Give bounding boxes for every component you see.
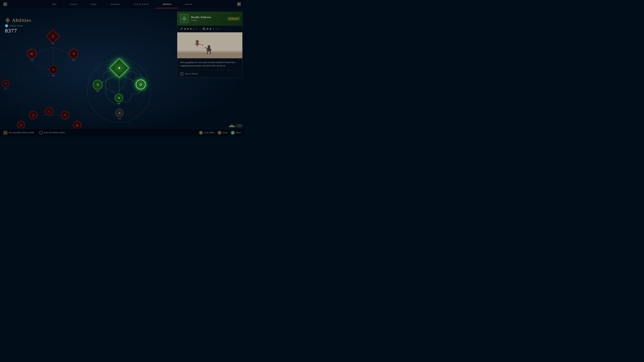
page-title: Abilities bbox=[12, 17, 31, 23]
svg-line-26 bbox=[181, 28, 182, 29]
ability-info: Deadly Embrace Garuda bbox=[191, 16, 225, 22]
skill-node-bottom3[interactable]: ↖ bbox=[61, 111, 69, 119]
special-icon bbox=[202, 27, 206, 30]
reset-label: Reset (Hold) bbox=[185, 72, 198, 75]
ability-card-header: Deadly Embrace Garuda ★ Mastered bbox=[177, 12, 242, 25]
circle-icon: ○ bbox=[39, 131, 43, 135]
main-content: Abilities Ability Points 8377 ⊙ 375 ⊛ 50… bbox=[0, 8, 244, 137]
bottom-bar: L3 Recommended Abilities (Hold) ○ Reset … bbox=[0, 128, 244, 137]
nav-item-system[interactable]: System bbox=[178, 0, 199, 8]
watermark-logo bbox=[229, 124, 234, 127]
skill-node-375[interactable]: ⊙ 375 bbox=[48, 31, 58, 44]
detail-action[interactable]: △ Detail bbox=[231, 131, 241, 135]
zoom-label: Zoom bbox=[223, 131, 228, 134]
lock-label: Lock Ability bbox=[204, 131, 214, 134]
skill-node-selected[interactable]: ⊙ bbox=[136, 80, 146, 89]
ability-icon bbox=[180, 14, 189, 23]
reset-icon: ⊙ bbox=[180, 72, 184, 76]
ap-label: Ability Points bbox=[10, 25, 23, 27]
nav-items: Map Journal Items Attributes Gear & Eiko… bbox=[45, 0, 199, 8]
skill-node-1540[interactable]: ⊗ 1540 bbox=[116, 109, 124, 120]
abilities-title-row: Abilities bbox=[5, 17, 31, 23]
ability-preview bbox=[177, 32, 242, 58]
skill-node-680[interactable]: ⊕ 680 bbox=[115, 94, 123, 105]
l3-badge: L3 bbox=[3, 131, 8, 135]
nav-item-journal[interactable]: Journal bbox=[63, 0, 84, 8]
special-stars: ★ ★ ★ ★ ★ bbox=[206, 27, 220, 30]
skill-node-500[interactable]: ⊛ 500 bbox=[27, 49, 36, 61]
zoom-action[interactable]: R Zoom bbox=[218, 131, 228, 135]
reset-button[interactable]: ⊙ Reset (Hold) bbox=[177, 70, 242, 78]
navigation-bar: L2 Map Journal Items Attributes Gear & E… bbox=[0, 0, 244, 8]
svg-point-39 bbox=[196, 40, 199, 43]
nav-item-abilities[interactable]: Abilities bbox=[156, 0, 178, 8]
ability-card: Deadly Embrace Garuda ★ Mastered ★ ★ ★ bbox=[177, 12, 242, 78]
right-panel: Deadly Embrace Garuda ★ Mastered ★ ★ ★ bbox=[177, 12, 242, 78]
abilities-header: Abilities Ability Points 8377 bbox=[5, 17, 31, 34]
ap-value: 8377 bbox=[5, 28, 31, 34]
skill-node-475[interactable]: ☀ 475 bbox=[69, 49, 78, 61]
r-badge: R bbox=[218, 131, 221, 135]
skill-node-1000[interactable]: ⚜ 1000 bbox=[93, 80, 102, 92]
reset-all-label: Reset All Abilities (Hold) bbox=[44, 131, 65, 134]
nav-item-gear[interactable]: Gear & Eikons bbox=[127, 0, 156, 8]
l2-button[interactable]: L2 bbox=[3, 2, 7, 6]
svg-point-19 bbox=[7, 20, 8, 21]
ap-icon bbox=[5, 24, 8, 27]
skill-node-bottom1[interactable]: ↗ bbox=[29, 111, 37, 119]
nav-item-attributes[interactable]: Attributes bbox=[103, 0, 127, 8]
svg-point-36 bbox=[208, 45, 210, 48]
r2-badge: R2 bbox=[237, 2, 241, 6]
nav-item-map[interactable]: Map bbox=[45, 0, 63, 8]
reset-all-btn[interactable]: ○ Reset All Abilities (Hold) bbox=[39, 131, 65, 135]
mastered-badge: ★ Mastered bbox=[228, 17, 240, 20]
preview-placeholder bbox=[177, 32, 242, 58]
triangle-badge: △ bbox=[231, 131, 234, 135]
ability-name: Deadly Embrace bbox=[191, 16, 225, 19]
skill-node-bottom4[interactable]: ↙ bbox=[17, 121, 25, 129]
lock-action[interactable]: R3 Lock Ability bbox=[199, 131, 214, 135]
svg-point-24 bbox=[184, 18, 185, 19]
skill-node-bottom2[interactable]: ↑ bbox=[45, 107, 53, 115]
watermark: GAMER GUIDES bbox=[229, 124, 242, 128]
attack-stars: ★ ★ ★ ★ ★ bbox=[184, 27, 198, 30]
skill-node-center-left[interactable]: ⊕ 1695 bbox=[49, 65, 58, 76]
bottom-right: R3 Lock Ability R Zoom △ Detail bbox=[199, 131, 241, 135]
detail-label: Detail bbox=[236, 131, 241, 134]
ability-points-section: Ability Points bbox=[5, 24, 31, 27]
r3-badge: R3 bbox=[199, 131, 203, 135]
watermark-text: GAMER GUIDES bbox=[236, 124, 242, 128]
abilities-icon bbox=[5, 17, 10, 23]
ability-source: Garuda bbox=[191, 19, 225, 22]
ability-description: Send a grappling claw out to grab an ene… bbox=[177, 58, 242, 70]
skill-node-bottom5[interactable]: ▲ bbox=[73, 121, 81, 129]
skill-node-center-diamond[interactable]: ✦ bbox=[112, 61, 126, 75]
recommended-btn[interactable]: L3 Recommended Abilities (Hold) bbox=[3, 131, 34, 135]
sword-icon bbox=[180, 27, 183, 30]
l2-badge: L2 bbox=[3, 2, 7, 6]
nav-item-items[interactable]: Items bbox=[84, 0, 103, 8]
mastered-label: ★ Mastered bbox=[229, 17, 238, 20]
r2-button[interactable]: R2 bbox=[237, 2, 241, 6]
skill-node-575[interactable]: ⊚ 575 bbox=[2, 80, 9, 90]
recommended-label: Recommended Abilities (Hold) bbox=[9, 131, 34, 134]
stars-row: ★ ★ ★ ★ ★ ★ ★ ★ ★ ★ bbox=[177, 25, 242, 32]
